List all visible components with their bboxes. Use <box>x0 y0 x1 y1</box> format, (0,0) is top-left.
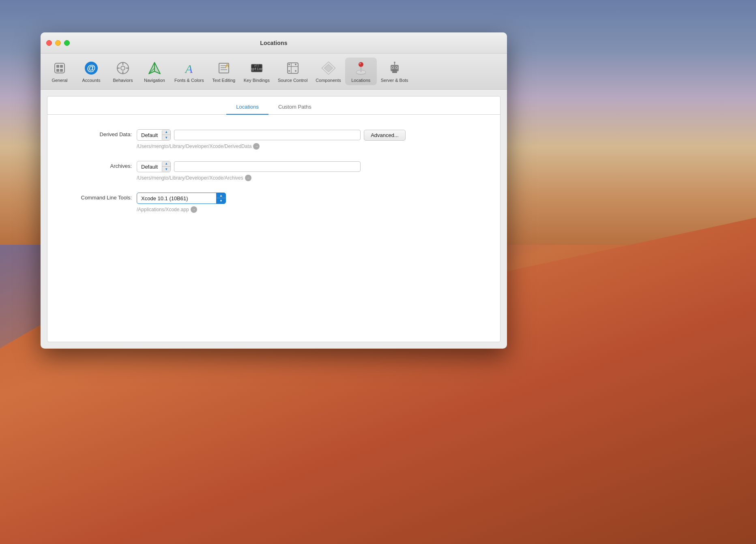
toolbar-item-accounts[interactable]: @ Accounts <box>75 58 107 85</box>
svg-point-42 <box>359 62 363 67</box>
server-bots-icon <box>387 60 403 76</box>
toolbar-item-source-control[interactable]: Source Control <box>274 58 311 85</box>
content-panel: Locations Custom Paths Derived Data: Def… <box>47 96 500 342</box>
derived-data-label: Derived Data: <box>64 129 137 137</box>
toolbar-item-fonts-colors[interactable]: A Fonts & Colors <box>170 58 208 85</box>
toolbar-item-behaviors[interactable]: Behaviors <box>107 58 139 85</box>
advanced-button[interactable]: Advanced... <box>364 130 406 141</box>
archives-path: /Users/mengto/Library/Developer/Xcode/Ar… <box>137 175 243 181</box>
svg-text:all: all <box>254 64 260 67</box>
cmd-down[interactable]: ▼ <box>217 198 226 203</box>
archives-value: Default <box>137 162 162 171</box>
command-line-tools-label: Command Line Tools: <box>64 193 137 201</box>
toolbar-item-locations[interactable]: Locations <box>345 58 377 85</box>
components-icon <box>320 60 337 76</box>
toolbar-label-key-bindings: Key Bindings <box>244 78 270 83</box>
derived-data-stepper[interactable]: Default ▲ ▼ <box>137 129 171 141</box>
toolbar-label-general: General <box>52 78 67 83</box>
toolbar-label-source-control: Source Control <box>278 78 307 83</box>
toolbar-item-components[interactable]: Components <box>311 58 345 85</box>
archives-row: Archives: Default ▲ ▼ /Users/me <box>64 161 484 181</box>
toolbar-label-server-bots: Server & Bots <box>381 78 408 83</box>
derived-data-controls: Default ▲ ▼ Advanced... <box>137 129 406 141</box>
command-line-tools-path-hint: /Applications/Xcode.app → <box>137 206 226 213</box>
svg-rect-0 <box>55 63 64 73</box>
command-line-tools-path: /Applications/Xcode.app <box>137 207 189 212</box>
svg-rect-2 <box>56 69 59 72</box>
toolbar-label-behaviors: Behaviors <box>113 78 133 83</box>
toolbar: General @ Accounts <box>41 54 507 90</box>
derived-data-input[interactable] <box>174 130 361 140</box>
svg-rect-3 <box>60 65 63 68</box>
derived-data-fields: Default ▲ ▼ Advanced... /Users/mengto/Li… <box>137 129 406 150</box>
maximize-button[interactable] <box>64 40 70 46</box>
window-title: Locations <box>260 40 287 46</box>
toolbar-item-server-bots[interactable]: Server & Bots <box>377 58 412 85</box>
locations-icon <box>353 60 369 76</box>
archives-down[interactable]: ▼ <box>162 167 170 172</box>
derived-data-up[interactable]: ▲ <box>162 130 170 135</box>
archives-up[interactable]: ▲ <box>162 161 170 167</box>
derived-data-path-hint: /Users/mengto/Library/Developer/Xcode/De… <box>137 143 406 150</box>
derived-data-path-arrow[interactable]: → <box>253 143 260 150</box>
traffic-lights <box>46 40 70 46</box>
svg-point-32 <box>295 70 296 72</box>
svg-rect-49 <box>392 70 397 71</box>
archives-label: Archives: <box>64 161 137 169</box>
command-line-tools-value: Xcode 10.1 (10B61) <box>137 194 216 203</box>
tab-bar: Locations Custom Paths <box>47 96 500 115</box>
tab-custom-paths[interactable]: Custom Paths <box>268 101 321 115</box>
svg-point-33 <box>288 70 290 72</box>
svg-point-47 <box>392 67 393 69</box>
toolbar-item-general[interactable]: General <box>44 58 75 85</box>
toolbar-item-text-editing[interactable]: Text Editing <box>208 58 240 85</box>
command-line-tools-dropdown[interactable]: Xcode 10.1 (10B61) ▲ ▼ <box>137 193 226 204</box>
svg-point-31 <box>288 64 290 65</box>
archives-input[interactable] <box>174 161 361 172</box>
archives-path-arrow[interactable]: → <box>245 175 251 181</box>
toolbar-label-text-editing: Text Editing <box>212 78 235 83</box>
preferences-window: Locations General @ <box>41 32 507 349</box>
svg-point-51 <box>394 62 395 63</box>
source-control-icon <box>285 60 301 76</box>
title-bar: Locations <box>41 32 507 54</box>
derived-data-value: Default <box>137 131 162 140</box>
derived-data-arrows: ▲ ▼ <box>162 130 170 140</box>
archives-arrows: ▲ ▼ <box>162 161 170 172</box>
command-line-tools-row: Command Line Tools: Xcode 10.1 (10B61) ▲… <box>64 193 484 213</box>
command-line-tools-controls: Xcode 10.1 (10B61) ▲ ▼ <box>137 193 226 204</box>
archives-fields: Default ▲ ▼ /Users/mengto/Library/Develo… <box>137 161 361 181</box>
svg-rect-4 <box>60 69 63 72</box>
locations-form: Derived Data: Default ▲ ▼ Advanced... <box>47 115 500 342</box>
toolbar-item-key-bindings[interactable]: option all Key Bindings <box>240 58 274 85</box>
toolbar-label-navigation: Navigation <box>144 78 165 83</box>
cmd-up[interactable]: ▲ <box>217 193 226 198</box>
toolbar-item-navigation[interactable]: Navigation <box>139 58 170 85</box>
key-bindings-icon: option all <box>249 60 265 76</box>
archives-stepper[interactable]: Default ▲ ▼ <box>137 161 171 172</box>
fonts-colors-icon: A <box>181 60 197 76</box>
navigation-icon <box>146 60 163 76</box>
accounts-icon: @ <box>83 60 99 76</box>
derived-data-down[interactable]: ▼ <box>162 135 170 140</box>
text-editing-icon <box>216 60 232 76</box>
toolbar-label-components: Components <box>316 78 341 83</box>
svg-line-23 <box>226 64 227 68</box>
svg-point-43 <box>359 63 361 64</box>
derived-data-path: /Users/mengto/Library/Developer/Xcode/De… <box>137 143 251 149</box>
tab-locations[interactable]: Locations <box>226 101 268 115</box>
toolbar-label-fonts-colors: Fonts & Colors <box>174 78 204 83</box>
archives-controls: Default ▲ ▼ <box>137 161 361 172</box>
svg-text:A: A <box>185 62 193 75</box>
archives-path-hint: /Users/mengto/Library/Developer/Xcode/Ar… <box>137 175 361 181</box>
svg-text:option: option <box>250 67 264 71</box>
command-line-tools-fields: Xcode 10.1 (10B61) ▲ ▼ /Applications/Xco… <box>137 193 226 213</box>
svg-text:@: @ <box>87 63 95 73</box>
close-button[interactable] <box>46 40 52 46</box>
minimize-button[interactable] <box>55 40 61 46</box>
svg-rect-52 <box>392 71 397 73</box>
general-icon <box>52 60 68 76</box>
svg-point-48 <box>396 67 397 69</box>
command-line-tools-path-arrow[interactable]: → <box>191 206 197 213</box>
derived-data-row: Derived Data: Default ▲ ▼ Advanced... <box>64 129 484 150</box>
